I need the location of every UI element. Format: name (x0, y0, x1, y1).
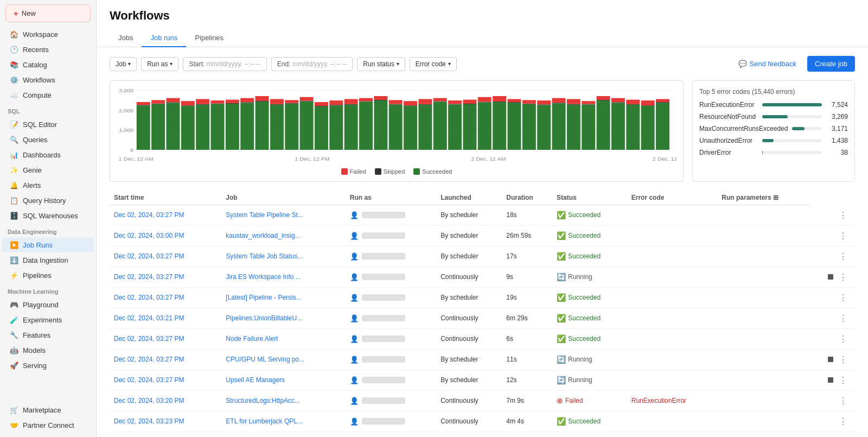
table-row: Dec 02, 2024, 03:27 PM Upsell AE Manager… (110, 370, 855, 390)
run-as-blurred (362, 397, 405, 404)
sidebar-item-features[interactable]: 🔧Features (2, 327, 94, 343)
job-link[interactable]: ETL for Lumberjack QPL... (226, 417, 303, 425)
svg-rect-26 (226, 104, 239, 150)
svg-rect-31 (240, 98, 254, 103)
sidebar-item-dashboards[interactable]: 📊Dashboards (2, 147, 94, 162)
start-time-link[interactable]: Dec 02, 2024, 03:27 PM (114, 335, 184, 343)
start-time-link[interactable]: Dec 02, 2024, 03:21 PM (114, 314, 184, 322)
svg-rect-72 (448, 104, 462, 104)
stop-button[interactable] (828, 274, 833, 280)
svg-rect-53 (359, 102, 373, 150)
start-time-link[interactable]: Dec 02, 2024, 03:27 PM (114, 252, 184, 260)
experiments-icon: 🧪 (10, 315, 18, 324)
sidebar-item-workflows[interactable]: ⚙️Workflows (2, 72, 94, 87)
sidebar-item-queries[interactable]: 🔍Queries (2, 132, 94, 147)
sidebar-item-sql-warehouses[interactable]: 🗄️SQL Warehouses (2, 208, 94, 223)
more-actions-button[interactable]: ⋮ (835, 415, 851, 428)
more-actions-button[interactable]: ⋮ (835, 374, 851, 387)
job-link[interactable]: System Table Pipeline St... (226, 211, 303, 219)
more-actions-button[interactable]: ⋮ (835, 271, 851, 283)
start-time-link[interactable]: Dec 02, 2024, 03:27 PM (114, 376, 184, 384)
tab-job-runs[interactable]: Job runs (142, 29, 186, 47)
sidebar-item-pipelines[interactable]: ⚡Pipelines (2, 268, 94, 283)
sidebar-item-playground[interactable]: 🎮Playground (2, 297, 94, 312)
start-time-link[interactable]: Dec 02, 2024, 03:00 PM (114, 232, 184, 239)
table-header: Start timeJobRun asLaunchedDurationStatu… (110, 191, 855, 205)
stop-button[interactable] (828, 377, 833, 383)
svg-rect-21 (196, 104, 209, 105)
job-link[interactable]: Upsell AE Managers (226, 376, 285, 384)
sidebar-item-compute[interactable]: ☁️Compute (2, 87, 94, 103)
sidebar-item-catalog[interactable]: 📚Catalog (2, 57, 94, 72)
sidebar-item-label: Job Runs (23, 241, 53, 249)
job-cell: Upsell AE Managers (221, 370, 345, 390)
more-actions-button[interactable]: ⋮ (835, 209, 851, 221)
tab-pipelines[interactable]: Pipelines (186, 29, 232, 47)
table-row: Dec 02, 2024, 03:27 PM [Latest] Pipeline… (110, 287, 855, 308)
run-params-cell (717, 432, 810, 437)
svg-rect-81 (493, 102, 506, 102)
run-params-cell (717, 246, 810, 267)
job-filter[interactable]: Job ▾ (110, 57, 137, 71)
create-job-button[interactable]: Create job (807, 56, 855, 72)
run-status-filter[interactable]: Run status ▾ (357, 57, 405, 71)
more-actions-button[interactable]: ⋮ (835, 353, 851, 366)
job-link[interactable]: System Table Job Status... (226, 252, 303, 260)
new-button[interactable]: + New (5, 4, 91, 22)
error-count: 1,438 (826, 137, 848, 144)
job-link[interactable]: Pipelines:UnionBillableU... (226, 314, 302, 322)
sidebar-item-data-ingestion[interactable]: ⬇️Data Ingestion (2, 252, 94, 268)
sidebar-item-label: SQL Editor (23, 121, 57, 129)
svg-rect-50 (344, 105, 358, 150)
actions-cell: ⋮ (810, 411, 855, 432)
more-actions-button[interactable]: ⋮ (835, 333, 851, 345)
start-time-link[interactable]: Dec 02, 2024, 03:20 PM (114, 397, 184, 404)
send-feedback-button[interactable]: 💬 Send feedback (732, 56, 803, 71)
more-actions-button[interactable]: ⋮ (835, 250, 851, 263)
job-link[interactable]: kaustav_workload_insig... (226, 232, 300, 239)
error-count: 38 (826, 149, 848, 156)
run-as-blurred (362, 232, 405, 239)
main-content: Workflows JobsJob runsPipelines Job ▾ Ru… (97, 0, 868, 437)
sidebar-item-experiments[interactable]: 🧪Experiments (2, 312, 94, 327)
sidebar-item-serving[interactable]: 🚀Serving (2, 358, 94, 373)
job-link[interactable]: CPU/GPU ML Serving po... (226, 356, 304, 363)
sidebar-item-marketplace[interactable]: 🛒Marketplace (2, 402, 94, 417)
job-link[interactable]: StructuredLogs:HttpAcc... (226, 397, 300, 404)
svg-rect-69 (433, 101, 447, 102)
run-status-label: Run status (363, 60, 394, 68)
svg-rect-109 (626, 100, 640, 104)
status-succeeded: ✅ Succeeded (557, 293, 623, 302)
end-date-input[interactable]: End: mm/dd/yyyy, --:-- -- (271, 57, 353, 71)
sidebar-item-workspace[interactable]: 🏠Workspace (2, 27, 94, 42)
start-time-link[interactable]: Dec 02, 2024, 03:27 PM (114, 356, 184, 363)
run-as-blurred (362, 418, 405, 425)
job-link[interactable]: Node Failure Alert (226, 335, 278, 343)
more-actions-button[interactable]: ⋮ (835, 395, 851, 407)
job-link[interactable]: Jira ES Workspace Info ... (226, 273, 301, 281)
tab-jobs[interactable]: Jobs (110, 29, 142, 47)
start-time-link[interactable]: Dec 02, 2024, 03:23 PM (114, 417, 184, 425)
sidebar-item-alerts[interactable]: 🔔Alerts (2, 178, 94, 193)
sidebar-item-models[interactable]: 🤖Models (2, 343, 94, 358)
more-actions-button[interactable]: ⋮ (835, 230, 851, 242)
more-actions-button[interactable]: ⋮ (835, 312, 851, 325)
sidebar-item-query-history[interactable]: 📋Query History (2, 193, 94, 208)
start-time-link[interactable]: Dec 02, 2024, 03:27 PM (114, 294, 184, 301)
start-date-input[interactable]: Start: mm/dd/yyyy, --:-- -- (183, 57, 266, 71)
start-time-link[interactable]: Dec 02, 2024, 03:27 PM (114, 211, 184, 219)
sidebar-item-job-runs[interactable]: ▶️Job Runs (2, 237, 94, 252)
start-time-link[interactable]: Dec 02, 2024, 03:27 PM (114, 273, 184, 281)
sidebar-item-partner-connect[interactable]: 🤝Partner Connect (2, 417, 94, 433)
grid-icon[interactable]: ⊞ (773, 194, 778, 201)
run-as-filter[interactable]: Run as ▾ (141, 57, 178, 71)
error-code-filter[interactable]: Error code ▾ (410, 57, 457, 71)
stop-button[interactable] (828, 357, 833, 362)
run-params-cell (717, 205, 810, 226)
sidebar-item-recents[interactable]: 🕐Recents (2, 42, 94, 57)
more-actions-button[interactable]: ⋮ (835, 292, 851, 304)
sidebar-item-sql-editor[interactable]: 📝SQL Editor (2, 117, 94, 132)
sidebar-item-genie[interactable]: ✨Genie (2, 162, 94, 178)
job-link[interactable]: [Latest] Pipeline - Persis... (226, 294, 301, 301)
svg-rect-92 (552, 103, 566, 150)
